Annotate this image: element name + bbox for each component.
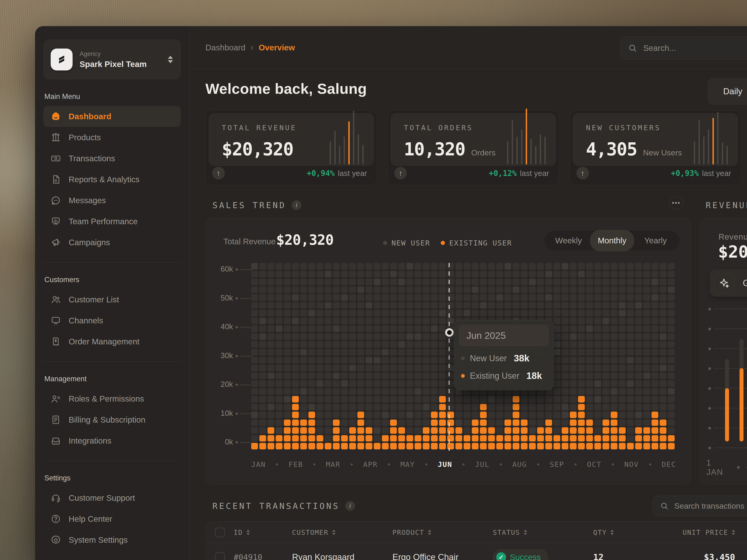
waffle-cell xyxy=(570,263,576,269)
sidebar-item-team-performance[interactable]: Team Performance xyxy=(44,211,181,232)
column-header-customer[interactable]: CUSTOMER xyxy=(292,529,392,536)
sidebar-item-customer-list[interactable]: Customer List xyxy=(44,289,181,310)
transactions-search-input[interactable] xyxy=(674,501,747,510)
waffle-cell xyxy=(578,349,585,355)
gear-icon xyxy=(50,535,61,545)
gridline-dot xyxy=(708,387,711,390)
waffle-cell xyxy=(276,357,282,364)
sidebar-divider xyxy=(44,262,180,263)
table-header-checkbox-cell xyxy=(206,528,234,537)
sidebar-item-roles-permissions[interactable]: Roles & Permissions xyxy=(44,388,181,409)
waffle-cell xyxy=(284,271,291,277)
waffle-cell xyxy=(570,341,576,348)
waffle-cell xyxy=(480,396,487,402)
waffle-cell xyxy=(406,318,413,324)
sidebar-item-campaigns[interactable]: Campaigns xyxy=(44,232,181,253)
waffle-cell xyxy=(594,318,601,324)
waffle-cell xyxy=(635,318,642,324)
get-ai-button[interactable]: Get A xyxy=(710,269,747,297)
month-label-aug[interactable]: AUG xyxy=(512,460,527,469)
range-select[interactable]: Daily xyxy=(708,78,747,105)
waffle-cell xyxy=(505,271,511,277)
sidebar-item-reports-analytics[interactable]: Reports & Analytics xyxy=(44,169,181,190)
waffle-cell xyxy=(635,334,642,340)
sidebar-item-billing-subscription[interactable]: Billing & Subscription xyxy=(44,409,181,430)
sales-trend-menu-button[interactable]: ••• xyxy=(670,196,683,210)
select-all-checkbox[interactable] xyxy=(215,528,225,537)
month-label-jan[interactable]: JAN xyxy=(251,460,266,469)
column-header-qty[interactable]: QTY xyxy=(593,529,668,536)
sidebar-item-messages[interactable]: Messages xyxy=(44,190,181,211)
waffle-cell xyxy=(570,334,576,340)
row-checkbox[interactable] xyxy=(215,552,225,560)
waffle-cell xyxy=(668,349,675,355)
column-header-status[interactable]: STATUS xyxy=(493,529,593,536)
month-label-oct[interactable]: OCT xyxy=(587,460,601,469)
month-label-jun[interactable]: JUN xyxy=(438,460,452,469)
y-tick-dot xyxy=(235,297,238,300)
column-header-unit-price[interactable]: UNIT PRICE xyxy=(668,529,747,536)
waffle-cell xyxy=(398,278,405,285)
month-label-apr[interactable]: APR xyxy=(363,460,378,469)
waffle-cell xyxy=(611,294,617,301)
waffle-cell xyxy=(464,411,470,418)
tab-yearly[interactable]: Yearly xyxy=(634,232,677,249)
stat-footer: ↑+0,12%last year xyxy=(394,166,549,180)
waffle-cell xyxy=(398,365,405,371)
waffle-cell xyxy=(594,263,601,269)
search-input[interactable] xyxy=(643,44,747,53)
transactions-search[interactable] xyxy=(653,496,747,516)
column-header-product[interactable]: PRODUCT xyxy=(392,529,493,536)
waffle-cell xyxy=(627,294,634,301)
sidebar-item-channels[interactable]: Channels xyxy=(44,310,181,331)
waffle-cell xyxy=(643,404,650,410)
waffle-cell xyxy=(267,325,274,332)
month-label-sep[interactable]: SEP xyxy=(550,460,564,469)
waffle-cell xyxy=(496,271,503,277)
sidebar-item-order-management[interactable]: Order Management xyxy=(44,331,181,352)
waffle-cell xyxy=(316,435,323,442)
table-row[interactable]: #04910Ryan KorsgaardErgo Office Chair✓Su… xyxy=(206,543,747,560)
waffle-cell xyxy=(464,443,470,449)
month-label-mar[interactable]: MAR xyxy=(326,460,340,469)
workspace-selector[interactable]: Agency Spark Pixel Team xyxy=(44,40,181,79)
waffle-cell xyxy=(300,310,307,316)
waffle-cell xyxy=(635,357,642,364)
sidebar-item-integrations[interactable]: Integrations xyxy=(44,430,181,451)
sidebar-item-system-settings[interactable]: System Settings xyxy=(44,529,181,551)
waffle-cell xyxy=(553,427,560,434)
breadcrumb-overview[interactable]: Overview xyxy=(259,43,295,52)
month-label-feb[interactable]: FEB xyxy=(288,460,303,469)
waffle-cell xyxy=(619,365,626,371)
waffle-cell xyxy=(611,349,617,355)
month-label-jul[interactable]: JUL xyxy=(475,460,490,469)
breadcrumb-dashboard[interactable]: Dashboard xyxy=(205,43,246,52)
sidebar-item-products[interactable]: Products xyxy=(44,127,181,148)
waffle-cell xyxy=(643,310,650,316)
tooltip-row: New User38k xyxy=(461,353,546,364)
column-header-id[interactable]: ID xyxy=(234,529,292,536)
waffle-cell xyxy=(415,341,421,348)
tab-monthly[interactable]: Monthly xyxy=(590,230,634,251)
waffle-cell xyxy=(374,427,381,434)
sales-trend-panel: Total Revenue : $20,320 NEW USEREXISTING… xyxy=(205,218,691,484)
global-search[interactable] xyxy=(620,36,747,60)
waffle-cell xyxy=(357,373,364,379)
sidebar-item-help-center[interactable]: Help Center xyxy=(44,508,181,529)
waffle-cell xyxy=(349,404,356,410)
sidebar-item-transactions[interactable]: Transactions xyxy=(44,148,181,169)
tab-weekly[interactable]: Weekly xyxy=(547,232,590,249)
month-label-dec[interactable]: DEC xyxy=(662,460,676,469)
waffle-cell xyxy=(472,263,479,269)
sidebar-item-dashboard[interactable]: Dashboard xyxy=(44,106,181,127)
waffle-cell xyxy=(513,278,519,285)
waffle-cell xyxy=(357,411,364,418)
waffle-cell xyxy=(586,287,593,293)
month-label-nov[interactable]: NOV xyxy=(624,460,639,469)
waffle-cell xyxy=(251,318,258,324)
waffle-cell xyxy=(423,411,430,418)
sidebar-item-customer-support[interactable]: Customer Support xyxy=(44,487,181,508)
legend-item: EXISTING USER xyxy=(441,239,512,247)
month-label-may[interactable]: MAY xyxy=(400,460,415,469)
delta-value: +0,94% xyxy=(307,169,335,178)
